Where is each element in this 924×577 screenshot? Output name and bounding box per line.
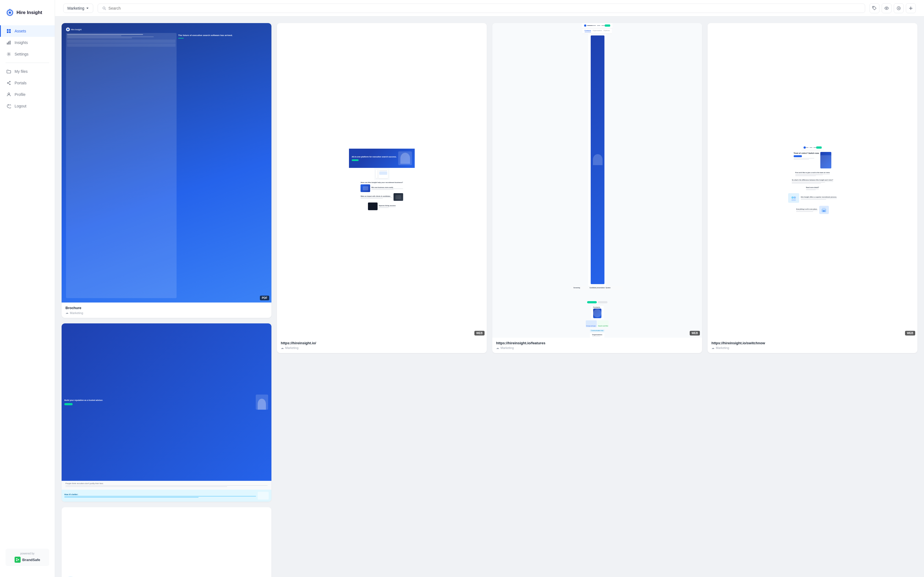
cloud-icon-4: ☁: [496, 346, 499, 350]
my-files-label: My files: [15, 69, 27, 74]
send-button[interactable]: [894, 3, 904, 13]
content-area: Hire Insight: [55, 16, 924, 577]
brandsafe-logo-icon: [15, 557, 21, 563]
preview-logo: Hire Insight: [66, 27, 82, 31]
sidebar-item-logout[interactable]: Logout: [0, 100, 55, 112]
website-main-title: https://hireinsight.io/: [281, 341, 483, 345]
plus-icon: [909, 6, 913, 10]
main-area: Marketing: [55, 0, 924, 577]
web-badge-features: WEB: [690, 331, 700, 335]
powered-by-section: powered by BrandSafe: [5, 549, 49, 566]
tag-button[interactable]: [869, 3, 879, 13]
logout-label: Logout: [15, 104, 26, 108]
svg-line-20: [105, 8, 106, 10]
website-main-meta: ☁ Marketing: [281, 346, 483, 350]
assets-grid: Hire Insight: [61, 23, 918, 577]
brochure-card-info: Brochure ☁ Marketing: [61, 303, 271, 318]
power-icon: [6, 103, 11, 108]
eye-button[interactable]: [882, 3, 892, 13]
sidebar-item-my-files[interactable]: My files: [0, 66, 55, 77]
website-features-title: https://hireinsight.io/features: [496, 341, 698, 345]
column-1: Hire Insight: [61, 23, 271, 577]
website-switch-meta: ☁ Marketing: [711, 346, 914, 350]
topbar: Marketing: [55, 0, 924, 16]
svg-rect-10: [10, 41, 10, 45]
insights-label: Insights: [15, 40, 28, 45]
svg-point-31: [823, 211, 824, 211]
svg-point-22: [886, 8, 887, 9]
pdf-badge: PDF: [260, 296, 269, 300]
website-switch-category: Marketing: [716, 346, 729, 350]
svg-rect-30: [822, 208, 825, 210]
folder-icon: [6, 69, 11, 74]
sidebar-item-settings[interactable]: Settings: [0, 48, 55, 60]
svg-rect-4: [7, 29, 8, 31]
svg-line-15: [8, 82, 10, 83]
powered-by-text: powered by: [9, 552, 46, 555]
svg-point-11: [8, 53, 10, 55]
preview-text: Build your reputation as a trusted advis…: [65, 399, 253, 405]
cloud-icon-5: ☁: [711, 346, 714, 350]
logo-area: Hire Insight: [0, 5, 55, 25]
column-3: Contacts Organisations Pipelines: [492, 23, 702, 577]
web-badge-main: WEB: [474, 331, 485, 335]
website-switchnow-card[interactable]: Tired of i-intro? Switch now.: [708, 23, 918, 353]
nav-section: Assets Insights Settings: [0, 25, 55, 543]
nav-divider: [5, 63, 49, 63]
settings-label: Settings: [15, 52, 29, 56]
sidebar-item-profile[interactable]: Profile: [0, 89, 55, 100]
grid-icon: [6, 29, 11, 34]
sidebar-item-insights[interactable]: Insights: [0, 37, 55, 48]
search-input[interactable]: [108, 6, 861, 10]
share-icon: [6, 81, 11, 85]
svg-rect-7: [9, 31, 11, 33]
svg-point-12: [10, 81, 10, 82]
search-icon: [102, 6, 106, 10]
brandsafe-text: BrandSafe: [22, 558, 40, 562]
profile-label: Profile: [15, 92, 26, 97]
brochure-title: Brochure: [65, 306, 268, 310]
cloud-icon: ☁: [65, 311, 68, 314]
website-switch-info: https://hireinsight.io/switchnow ☁ Marke…: [708, 338, 918, 353]
preview-avatar: [255, 395, 269, 410]
sidebar-item-assets[interactable]: Assets: [0, 25, 55, 37]
eye-icon: [884, 6, 889, 10]
svg-line-16: [8, 83, 10, 84]
web-badge-switch: WEB: [905, 331, 915, 335]
brochure-category: Marketing: [70, 311, 83, 314]
reputation-card[interactable]: Build your reputation as a trusted advis…: [61, 323, 271, 501]
search-bar: [98, 3, 865, 13]
svg-rect-6: [7, 31, 8, 33]
website-switch-title: https://hireinsight.io/switchnow: [711, 341, 914, 345]
column-2: All-in-one platform for executive search…: [277, 23, 487, 577]
chevron-down-icon: [86, 6, 89, 10]
svg-point-27: [794, 197, 796, 199]
svg-point-17: [8, 93, 10, 95]
column-4: Tired of i-intro? Switch now.: [708, 23, 918, 577]
svg-point-19: [103, 7, 105, 9]
preview-content: The future of executive search software …: [66, 33, 267, 298]
app-name: Hire Insight: [16, 10, 42, 15]
sidebar: Hire Insight Assets: [0, 0, 55, 577]
svg-rect-28: [792, 199, 796, 201]
brandsafe-brand: BrandSafe: [9, 557, 46, 563]
svg-point-13: [10, 84, 10, 85]
marketing-dropdown[interactable]: Marketing: [63, 3, 93, 13]
svg-rect-8: [7, 43, 8, 45]
clients-card[interactable]: Clients are not always aligned about who…: [61, 507, 271, 577]
app-logo-icon: [5, 8, 14, 17]
website-main-category: Marketing: [285, 346, 298, 350]
add-button[interactable]: [906, 3, 916, 13]
svg-point-2: [9, 11, 11, 14]
website-features-card[interactable]: Contacts Organisations Pipelines: [492, 23, 702, 353]
user-icon: [6, 92, 11, 97]
brochure-meta: ☁ Marketing: [65, 311, 268, 314]
sidebar-item-portals[interactable]: Portals: [0, 77, 55, 89]
cloud-icon-3: ☁: [281, 346, 284, 350]
svg-point-14: [7, 83, 8, 84]
brochure-card[interactable]: Hire Insight: [61, 23, 271, 318]
settings-icon: [6, 52, 11, 56]
website-main-card[interactable]: All-in-one platform for executive search…: [277, 23, 487, 353]
svg-point-21: [873, 7, 874, 7]
assets-label: Assets: [15, 29, 26, 33]
